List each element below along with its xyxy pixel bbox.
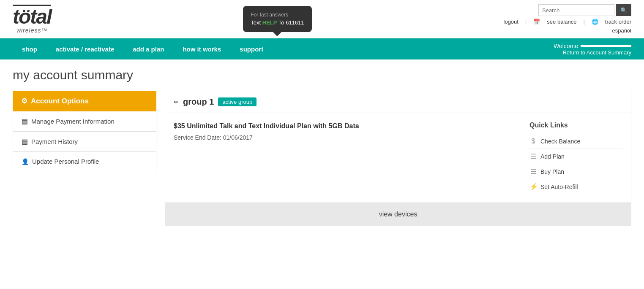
help-text: Text HELP To 611611 [251, 19, 304, 27]
quick-links-title: Quick Links [529, 122, 622, 129]
sidebar-item-payment-history[interactable]: Payment History [13, 132, 156, 152]
quick-link-check-balance[interactable]: $ Check Balance [529, 134, 622, 149]
track-order-link[interactable]: track order [605, 19, 631, 25]
logout-link[interactable]: logout [504, 19, 518, 25]
active-group-badge: active group [218, 97, 257, 106]
plan-name: $35 Unlimited Talk and Text Individual P… [174, 122, 517, 131]
nav-shop[interactable]: shop [13, 40, 46, 59]
list-icon-buy: ☰ [529, 167, 537, 176]
quick-link-auto-refill[interactable]: ⚡ Set Auto-Refill [529, 179, 622, 194]
nav-how-it-works[interactable]: how it works [173, 40, 230, 59]
bolt-icon: ⚡ [529, 183, 537, 191]
sidebar-item-update-profile[interactable]: Update Personal Profile [13, 152, 156, 171]
group-body: $35 Unlimited Talk and Text Individual P… [165, 113, 631, 203]
header-links: logout | 📅 see balance | 🌐 track order [504, 19, 631, 25]
page-content: my account summary Account Options Manag… [0, 59, 644, 239]
header: tötal wireless™ For fast answers Text HE… [0, 0, 644, 38]
calendar-icon: 📅 [533, 19, 540, 25]
help-title: For fast answers [251, 11, 304, 19]
sidebar: Account Options Manage Payment Informati… [13, 91, 156, 171]
welcome-text-row: Welcome [554, 43, 631, 49]
welcome-name [581, 45, 631, 47]
nav-bar: shop activate / reactivate add a plan ho… [0, 38, 644, 59]
quick-link-add-plan[interactable]: ☰ Add Plan [529, 149, 622, 164]
group-header: group 1 active group [165, 91, 631, 113]
quick-link-buy-plan[interactable]: ☰ Buy Plan [529, 164, 622, 179]
group-card: group 1 active group $35 Unlimited Talk … [165, 91, 631, 226]
logo-total: tötal [13, 5, 51, 27]
plan-end-date: Service End Date: 01/06/2017 [174, 134, 517, 141]
view-devices-button[interactable]: view devices [165, 203, 631, 226]
card-icon [22, 117, 28, 125]
search-button[interactable]: 🔍 [616, 4, 631, 16]
set-auto-refill-label: Set Auto-Refill [540, 184, 578, 190]
page-title: my account summary [13, 68, 631, 82]
history-icon [22, 138, 28, 146]
logo: tötal wireless™ [13, 5, 51, 34]
person-icon [22, 158, 29, 165]
plan-info: $35 Unlimited Talk and Text Individual P… [174, 122, 517, 194]
quick-links: Quick Links $ Check Balance ☰ Add Plan ☰… [529, 122, 622, 194]
main-layout: Account Options Manage Payment Informati… [13, 91, 631, 226]
list-icon-add: ☰ [529, 152, 537, 160]
account-options-label: Account Options [31, 97, 89, 105]
help-bubble: For fast answers Text HELP To 611611 [243, 6, 311, 32]
check-balance-label: Check Balance [540, 138, 580, 145]
account-options-button[interactable]: Account Options [13, 91, 156, 111]
add-plan-label: Add Plan [540, 153, 565, 160]
search-input[interactable] [538, 4, 614, 16]
dollar-icon: $ [529, 138, 537, 145]
manage-payment-label: Manage Payment Information [31, 118, 115, 125]
buy-plan-label: Buy Plan [540, 168, 564, 175]
nav-add-plan[interactable]: add a plan [123, 40, 173, 59]
help-word: HELP [262, 19, 277, 26]
gear-icon [21, 97, 27, 105]
see-balance-link[interactable]: see balance [547, 19, 576, 25]
language-row: español [612, 27, 631, 34]
help-text-suffix: To 611611 [277, 19, 304, 26]
espanol-link[interactable]: español [612, 27, 631, 34]
sidebar-item-manage-payment[interactable]: Manage Payment Information [13, 111, 156, 132]
welcome-label: Welcome [554, 43, 578, 49]
help-text-prefix: Text [251, 19, 262, 26]
update-profile-label: Update Personal Profile [32, 158, 99, 165]
nav-support[interactable]: support [230, 40, 273, 59]
header-right: 🔍 logout | 📅 see balance | 🌐 track order… [504, 4, 631, 34]
search-row: 🔍 [538, 4, 631, 16]
nav-welcome: Welcome Return to Account Summary [554, 43, 631, 56]
payment-history-label: Payment History [31, 138, 78, 145]
nav-activate[interactable]: activate / reactivate [46, 40, 123, 59]
pencil-icon [174, 99, 179, 105]
globe-icon: 🌐 [592, 19, 598, 25]
group-title: group 1 [183, 97, 214, 107]
return-to-account-link[interactable]: Return to Account Summary [562, 49, 631, 56]
nav-links: shop activate / reactivate add a plan ho… [13, 40, 554, 59]
logo-wireless: wireless™ [16, 27, 48, 34]
